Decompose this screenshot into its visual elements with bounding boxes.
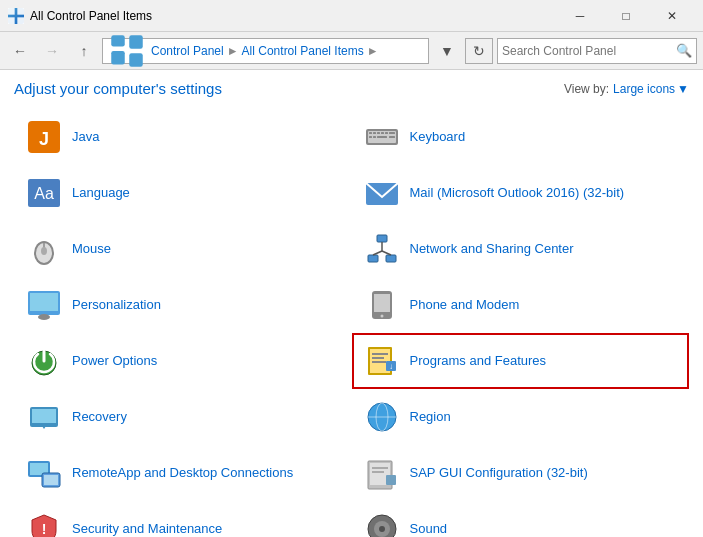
item-region[interactable]: Region bbox=[352, 389, 690, 445]
svg-rect-29 bbox=[377, 235, 387, 242]
network-label[interactable]: Network and Sharing Center bbox=[410, 241, 574, 258]
refresh-button[interactable]: ↻ bbox=[465, 38, 493, 64]
svg-text:Aa: Aa bbox=[34, 185, 54, 202]
java-label[interactable]: Java bbox=[72, 129, 99, 146]
forward-button[interactable]: → bbox=[38, 37, 66, 65]
chevron-down-icon: ▼ bbox=[677, 82, 689, 96]
svg-rect-15 bbox=[381, 132, 384, 134]
svg-rect-17 bbox=[389, 132, 395, 134]
svg-point-67 bbox=[379, 526, 385, 532]
language-label[interactable]: Language bbox=[72, 185, 130, 202]
address-bar: ← → ↑ Control Panel ► All Control Panel … bbox=[0, 32, 703, 70]
item-mail[interactable]: Mail (Microsoft Outlook 2016) (32-bit) bbox=[352, 165, 690, 221]
maximize-button[interactable]: □ bbox=[603, 0, 649, 32]
item-security[interactable]: ! Security and Maintenance bbox=[14, 501, 352, 537]
network-icon bbox=[362, 229, 402, 269]
item-sap[interactable]: SAP GUI Configuration (32-bit) bbox=[352, 445, 690, 501]
programs-icon: ↓ bbox=[362, 341, 402, 381]
mail-label[interactable]: Mail (Microsoft Outlook 2016) (32-bit) bbox=[410, 185, 625, 202]
svg-rect-38 bbox=[42, 315, 46, 318]
item-recovery[interactable]: Recovery bbox=[14, 389, 352, 445]
path-control-panel[interactable]: Control Panel bbox=[151, 44, 224, 58]
recovery-icon bbox=[24, 397, 64, 437]
region-label[interactable]: Region bbox=[410, 409, 451, 426]
svg-rect-5 bbox=[111, 51, 125, 65]
svg-line-33 bbox=[373, 251, 382, 255]
address-path[interactable]: Control Panel ► All Control Panel Items … bbox=[102, 38, 429, 64]
svg-rect-6 bbox=[129, 35, 143, 49]
programs-label[interactable]: Programs and Features bbox=[410, 353, 547, 370]
up-button[interactable]: ↑ bbox=[70, 37, 98, 65]
svg-rect-61 bbox=[372, 467, 388, 469]
svg-rect-2 bbox=[8, 17, 15, 24]
svg-line-34 bbox=[382, 251, 391, 255]
items-grid: J Java Keyboard Aa Language Mail (Micros… bbox=[14, 109, 689, 537]
item-personalization[interactable]: Personalization bbox=[14, 277, 352, 333]
mouse-label[interactable]: Mouse bbox=[72, 241, 111, 258]
svg-rect-21 bbox=[389, 136, 395, 138]
item-programs[interactable]: ↓ Programs and Features bbox=[352, 333, 690, 389]
mouse-icon bbox=[24, 229, 64, 269]
back-button[interactable]: ← bbox=[6, 37, 34, 65]
svg-rect-20 bbox=[377, 136, 387, 138]
svg-rect-13 bbox=[373, 132, 376, 134]
search-input[interactable] bbox=[502, 44, 676, 58]
item-language[interactable]: Aa Language bbox=[14, 165, 352, 221]
keyboard-label[interactable]: Keyboard bbox=[410, 129, 466, 146]
java-icon: J bbox=[24, 117, 64, 157]
remoteapp-icon bbox=[24, 453, 64, 493]
svg-point-28 bbox=[41, 247, 47, 255]
keyboard-icon bbox=[362, 117, 402, 157]
sap-icon bbox=[362, 453, 402, 493]
view-by-value[interactable]: Large icons ▼ bbox=[613, 82, 689, 96]
phone-label[interactable]: Phone and Modem bbox=[410, 297, 520, 314]
personalization-icon bbox=[24, 285, 64, 325]
item-java[interactable]: J Java bbox=[14, 109, 352, 165]
sound-label[interactable]: Sound bbox=[410, 521, 448, 537]
recovery-label[interactable]: Recovery bbox=[72, 409, 127, 426]
remoteapp-label[interactable]: RemoteApp and Desktop Connections bbox=[72, 465, 293, 482]
close-button[interactable]: ✕ bbox=[649, 0, 695, 32]
section-header: Adjust your computer's settings View by:… bbox=[14, 80, 689, 97]
item-mouse[interactable]: Mouse bbox=[14, 221, 352, 277]
minimize-button[interactable]: ─ bbox=[557, 0, 603, 32]
svg-rect-3 bbox=[17, 17, 24, 24]
view-by: View by: Large icons ▼ bbox=[564, 82, 689, 96]
svg-rect-40 bbox=[374, 294, 390, 312]
content-area: Adjust your computer's settings View by:… bbox=[0, 70, 703, 537]
security-label[interactable]: Security and Maintenance bbox=[72, 521, 222, 537]
svg-rect-45 bbox=[372, 353, 388, 355]
phone-icon bbox=[362, 285, 402, 325]
search-box[interactable]: 🔍 bbox=[497, 38, 697, 64]
svg-rect-7 bbox=[129, 53, 143, 67]
svg-rect-12 bbox=[369, 132, 372, 134]
svg-rect-51 bbox=[32, 409, 56, 423]
item-network[interactable]: Network and Sharing Center bbox=[352, 221, 690, 277]
item-keyboard[interactable]: Keyboard bbox=[352, 109, 690, 165]
item-phone[interactable]: Phone and Modem bbox=[352, 277, 690, 333]
power-icon bbox=[24, 341, 64, 381]
svg-rect-0 bbox=[8, 8, 15, 15]
mail-icon bbox=[362, 173, 402, 213]
item-power[interactable]: Power Options bbox=[14, 333, 352, 389]
sound-icon bbox=[362, 509, 402, 537]
sap-label[interactable]: SAP GUI Configuration (32-bit) bbox=[410, 465, 588, 482]
section-title: Adjust your computer's settings bbox=[14, 80, 222, 97]
window-controls: ─ □ ✕ bbox=[557, 0, 695, 32]
svg-rect-14 bbox=[377, 132, 380, 134]
svg-rect-36 bbox=[30, 293, 58, 311]
svg-text:J: J bbox=[39, 129, 49, 149]
path-all-items[interactable]: All Control Panel Items bbox=[242, 44, 364, 58]
view-by-label: View by: bbox=[564, 82, 609, 96]
item-sound[interactable]: Sound bbox=[352, 501, 690, 537]
app-icon bbox=[8, 8, 24, 24]
title-bar: All Control Panel Items ─ □ ✕ bbox=[0, 0, 703, 32]
personalization-label[interactable]: Personalization bbox=[72, 297, 161, 314]
language-icon: Aa bbox=[24, 173, 64, 213]
search-submit-button[interactable]: 🔍 bbox=[676, 43, 692, 58]
item-remoteapp[interactable]: RemoteApp and Desktop Connections bbox=[14, 445, 352, 501]
dropdown-button[interactable]: ▼ bbox=[433, 37, 461, 65]
svg-rect-46 bbox=[372, 357, 384, 359]
power-label[interactable]: Power Options bbox=[72, 353, 157, 370]
svg-rect-47 bbox=[372, 361, 386, 363]
